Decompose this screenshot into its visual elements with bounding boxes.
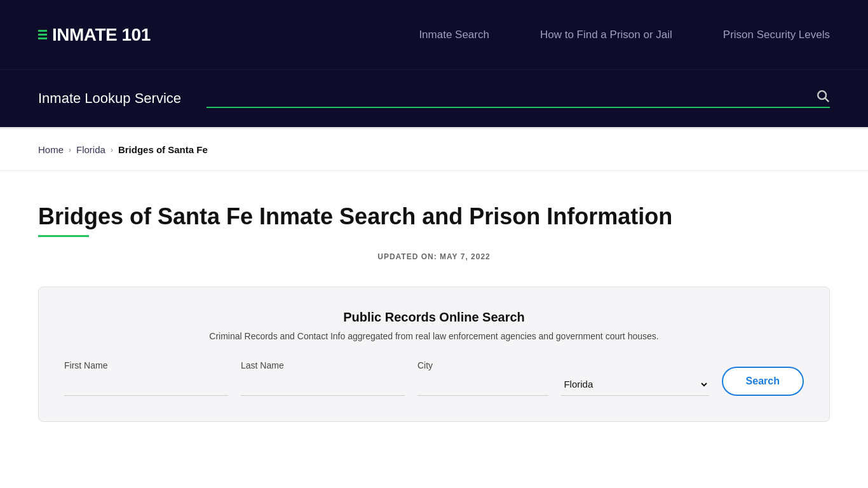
public-records-search-button[interactable]: Search bbox=[722, 367, 804, 396]
nav-security-levels[interactable]: Prison Security Levels bbox=[723, 29, 830, 41]
lookup-search-input[interactable] bbox=[207, 90, 810, 102]
lookup-search-section: Inmate Lookup Service bbox=[0, 70, 868, 129]
breadcrumb: Home › Florida › Bridges of Santa Fe bbox=[38, 144, 830, 155]
page-title: Bridges of Santa Fe Inmate Search and Pr… bbox=[38, 203, 830, 230]
public-records-subtitle: Criminal Records and Contact Info aggreg… bbox=[64, 331, 804, 341]
breadcrumb-state[interactable]: Florida bbox=[76, 144, 105, 155]
city-field: City bbox=[417, 360, 548, 396]
first-name-label: First Name bbox=[64, 360, 228, 370]
breadcrumb-home[interactable]: Home bbox=[38, 144, 64, 155]
logo-link[interactable]: INMATE 101 bbox=[38, 25, 151, 45]
nav-how-to-find[interactable]: How to Find a Prison or Jail bbox=[540, 29, 672, 41]
breadcrumb-sep-1: › bbox=[69, 146, 71, 154]
last-name-field: Last Name bbox=[241, 360, 405, 396]
top-navigation: INMATE 101 Inmate Search How to Find a P… bbox=[0, 0, 868, 70]
last-name-input[interactable] bbox=[241, 374, 405, 396]
first-name-input[interactable] bbox=[64, 374, 228, 396]
nav-links: Inmate Search How to Find a Prison or Ja… bbox=[419, 29, 830, 41]
city-label: City bbox=[417, 360, 548, 370]
lookup-search-button[interactable] bbox=[816, 89, 830, 103]
svg-line-1 bbox=[825, 98, 829, 102]
page-title-container: Bridges of Santa Fe Inmate Search and Pr… bbox=[38, 203, 830, 237]
public-records-box: Public Records Online Search Criminal Re… bbox=[38, 287, 830, 422]
updated-label: UPDATED ON: MAY 7, 2022 bbox=[38, 252, 830, 261]
first-name-field: First Name bbox=[64, 360, 228, 396]
breadcrumb-current: Bridges of Santa Fe bbox=[118, 144, 208, 155]
city-input[interactable] bbox=[417, 374, 548, 396]
service-label: Inmate Lookup Service bbox=[38, 90, 181, 107]
public-records-form: First Name Last Name City AlabamaAlaskaA… bbox=[64, 360, 804, 396]
svg-point-0 bbox=[818, 91, 826, 99]
state-select[interactable]: AlabamaAlaskaArizonaArkansasCaliforniaCo… bbox=[561, 373, 709, 396]
main-content: Bridges of Santa Fe Inmate Search and Pr… bbox=[0, 171, 868, 466]
breadcrumb-sep-2: › bbox=[111, 146, 113, 154]
logo-bars-icon bbox=[38, 30, 47, 39]
logo-text: INMATE 101 bbox=[52, 25, 151, 45]
last-name-label: Last Name bbox=[241, 360, 405, 370]
public-records-title: Public Records Online Search bbox=[64, 310, 804, 325]
breadcrumb-section: Home › Florida › Bridges of Santa Fe bbox=[0, 129, 868, 171]
search-icon bbox=[816, 89, 830, 103]
nav-inmate-search[interactable]: Inmate Search bbox=[419, 29, 489, 41]
state-field: AlabamaAlaskaArizonaArkansasCaliforniaCo… bbox=[561, 373, 709, 396]
search-input-container bbox=[207, 89, 830, 108]
title-underline bbox=[38, 235, 89, 237]
